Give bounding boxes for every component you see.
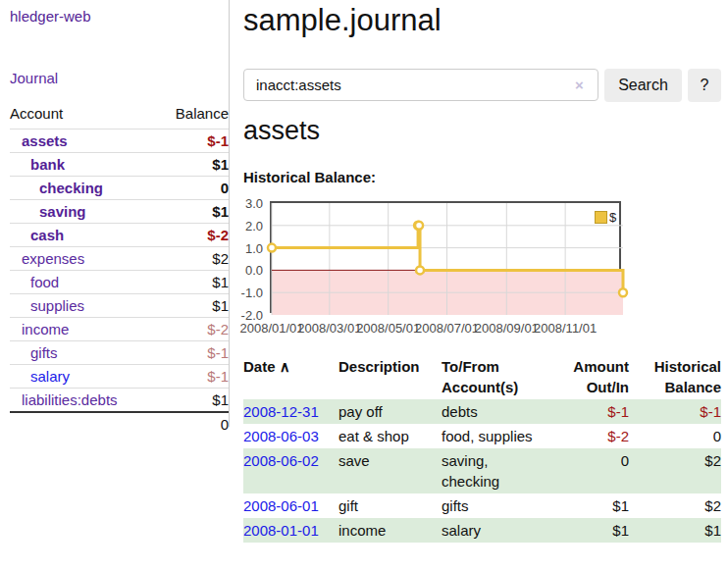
account-link-checking[interactable]: checking [39,180,103,196]
transaction-balance: $-1 [629,399,721,424]
historical-balance-chart: 3.02.01.00.0-1.0-2.0 $ 2008/01/012008/03… [243,201,728,340]
transaction-amount: $-1 [545,399,629,424]
amount-column-header: Amount Out/In [545,354,629,399]
account-link-bank[interactable]: bank [30,156,65,173]
transaction-row: 2008-12-31 pay off debts $-1 $-1 [243,399,721,424]
transaction-row: 2008-01-01 income salary $1 $1 [243,518,721,543]
transaction-accounts: gifts [442,493,545,518]
account-link-cash[interactable]: cash [30,227,64,243]
account-link-income[interactable]: income [22,321,69,337]
register-table: Date ∧ Description To/From Account(s) Am… [243,354,721,543]
transaction-balance: $2 [629,448,721,493]
chart-y-axis: 3.02.01.00.0-1.0-2.0 [239,203,267,315]
x-axis-tick-label: 2008/05/01 [356,321,420,336]
account-link-liabilities-debts[interactable]: liabilities:debts [22,391,118,408]
account-balance: $2 [156,247,229,271]
page-title: sample.journal [243,0,442,41]
sidebar-item-journal[interactable]: Journal [10,70,58,86]
accounts-column-header: To/From Account(s) [442,354,545,399]
account-balance: $1 [156,153,229,177]
transaction-description: save [338,448,442,493]
sort-asc-icon: ∧ [280,358,290,375]
transaction-description: gift [338,493,442,518]
transaction-accounts: saving, checking [442,448,545,493]
transaction-row: 2008-06-02 save saving, checking 0 $2 [243,448,721,493]
account-balance: 0 [156,177,229,200]
register-header-row: Date ∧ Description To/From Account(s) Am… [243,354,721,399]
transaction-amount: $1 [545,493,629,518]
x-axis-tick-label: 2008/07/01 [415,321,479,336]
transaction-amount: $1 [545,518,629,543]
account-balance: $1 [156,271,229,294]
sidebar-divider [229,0,230,427]
main-content: sample.journal × Search ? assets Histori… [243,0,728,571]
transaction-date-link[interactable]: 2008-06-03 [243,428,319,444]
balance-column-header: Historical Balance [629,354,721,399]
brand-link[interactable]: hledger-web [10,8,91,25]
account-balance: $-2 [156,224,229,247]
date-column-header[interactable]: Date ∧ [243,354,338,399]
transaction-balance: $2 [629,493,721,518]
account-balance: $1 [156,200,229,224]
x-axis-tick-label: 2008/03/01 [297,321,361,336]
chart-legend: $ [595,210,616,225]
transaction-accounts: salary [442,518,545,543]
chart-x-axis: 2008/01/012008/03/012008/05/012008/07/01… [243,321,728,337]
account-balance: $-1 [156,130,229,153]
y-axis-tick-label: 0.0 [245,264,263,277]
legend-swatch-icon [595,211,607,224]
account-link-expenses[interactable]: expenses [22,250,84,267]
chart-section-heading: Historical Balance: [243,169,376,185]
transaction-amount: 0 [545,448,629,493]
x-axis-tick-label: 2008/01/01 [239,321,303,336]
transaction-row: 2008-06-01 gift gifts $1 $2 [243,493,721,518]
transaction-balance: $1 [629,518,721,543]
account-link-salary[interactable]: salary [30,368,70,385]
account-link-gifts[interactable]: gifts [30,344,58,361]
balance-column-header: Balance [156,101,229,130]
transaction-date-link[interactable]: 2008-12-31 [243,403,319,420]
help-button[interactable]: ? [688,69,721,102]
transaction-accounts: food, supplies [442,424,545,448]
transaction-balance: 0 [629,424,721,448]
transaction-description: income [338,518,442,543]
x-axis-tick-label: 2008/11/01 [534,321,597,336]
search-input[interactable] [243,69,598,101]
y-axis-tick-label: 2.0 [245,220,263,233]
chart-canvas [272,203,623,315]
account-balance: $-1 [156,341,229,365]
clear-search-icon[interactable]: × [575,77,584,93]
account-balance: $1 [156,389,229,413]
search-button[interactable]: Search [604,69,682,102]
account-link-saving[interactable]: saving [39,203,86,220]
legend-label: $ [609,210,616,225]
account-link-assets[interactable]: assets [22,132,68,149]
accounts-column-header: Account [10,101,156,130]
transaction-amount: $-2 [545,424,629,448]
y-axis-tick-label: 3.0 [245,197,263,210]
transaction-accounts: debts [442,399,545,424]
account-balance: $-1 [156,365,229,389]
chart-plot [270,201,621,313]
accounts-table: Account Balance assets$-1 bank$1 checkin… [10,101,229,436]
transaction-date-link[interactable]: 2008-06-01 [243,497,319,514]
transaction-date-link[interactable]: 2008-06-02 [243,452,319,469]
account-link-food[interactable]: food [30,274,59,290]
x-axis-tick-label: 2008/09/01 [475,321,539,336]
account-balance: $1 [156,294,229,318]
accounts-total: 0 [156,412,229,436]
account-heading: assets [243,116,320,146]
y-axis-tick-label: -1.0 [241,286,263,299]
account-balance: $-2 [156,318,229,341]
transaction-date-link[interactable]: 2008-01-01 [243,522,319,539]
description-column-header: Description [338,354,442,399]
account-link-supplies[interactable]: supplies [30,297,84,314]
transaction-description: pay off [338,399,442,424]
transaction-description: eat & shop [338,424,442,448]
search-form: × Search ? [243,69,721,102]
transaction-row: 2008-06-03 eat & shop food, supplies $-2… [243,424,721,448]
y-axis-tick-label: 1.0 [245,242,263,255]
